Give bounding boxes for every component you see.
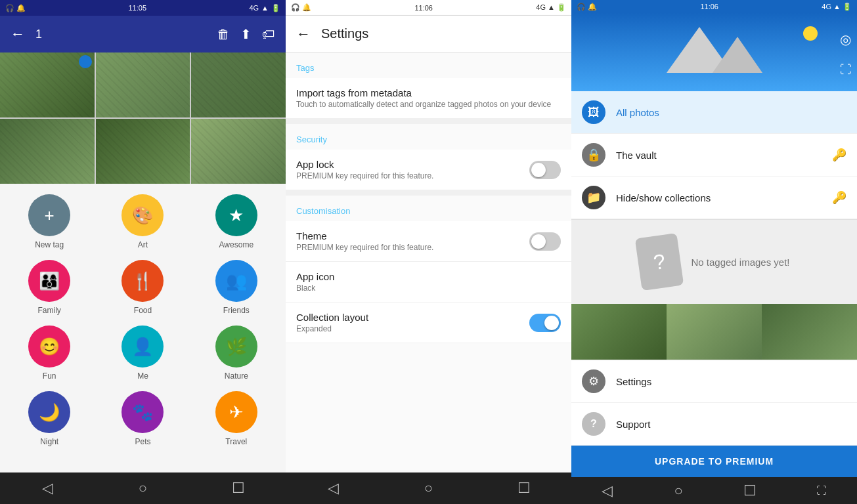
fullscreen-icon[interactable]: ⛶	[840, 63, 852, 77]
settings-item-collection-layout[interactable]: Collection layout Expanded	[286, 303, 571, 343]
recent-nav-icon-p3[interactable]: ☐	[737, 478, 763, 504]
toolbar-right: 🗑 ⬆ 🏷	[217, 26, 275, 42]
sun-icon	[803, 26, 818, 41]
tag-item-nature[interactable]: 🌿 Nature	[192, 326, 280, 381]
tags-section: + New tag 🎨 Art ★ Awesome 👨‍👩‍👦 Family 🍴…	[0, 184, 286, 472]
tag-circle-me: 👤	[121, 326, 164, 368]
panel3-nav: 🖼 All photos 🔒 The vault 🔑 📁 Hide/show c…	[571, 91, 857, 220]
panel-tags: 🎧 🔔 11:05 4G ▲ 🔋 ← 1 🗑 ⬆ 🏷	[0, 0, 286, 504]
mountains-illustration	[667, 27, 762, 73]
vault-label: The vault	[616, 150, 822, 161]
recent-nav-icon-p2[interactable]: ☐	[511, 475, 537, 501]
tag-circle-art: 🎨	[121, 194, 164, 236]
statusbar-time-panel1: 11:05	[128, 4, 146, 12]
settings-item-import-tags[interactable]: Import tags from metadata Touch to autom…	[286, 78, 571, 119]
tag-item-food[interactable]: 🍴 Food	[99, 260, 187, 315]
tag-circle-night: 🌙	[28, 391, 70, 433]
back-nav-icon-p2[interactable]: ◁	[320, 475, 347, 501]
panel3-header: ◎ ⛶	[571, 13, 857, 91]
statusbar-left-icons-p2: 🎧 🔔	[291, 3, 311, 12]
tag-circle-nature: 🌿	[215, 326, 257, 368]
back-nav-icon-p3[interactable]: ◁	[594, 478, 620, 504]
collection-layout-toggle[interactable]	[529, 314, 561, 332]
vault-key-icon: 🔑	[832, 148, 846, 162]
home-nav-icon[interactable]: ○	[130, 475, 156, 501]
settings-item-app-icon[interactable]: App icon Black	[286, 262, 571, 303]
tag-item-pets[interactable]: 🐾 Pets	[99, 391, 187, 446]
theme-title: Theme	[296, 230, 433, 242]
back-nav-icon[interactable]: ◁	[35, 475, 61, 501]
tag-circle-food: 🍴	[121, 260, 164, 302]
photo-cell-6[interactable]	[191, 119, 286, 184]
hide-show-key-icon: 🔑	[832, 190, 846, 205]
nav-item-vault[interactable]: 🔒 The vault 🔑	[571, 134, 857, 177]
tag-label-travel: Travel	[225, 437, 247, 446]
photo-cell-5[interactable]	[96, 119, 190, 184]
nav-item-hide-show[interactable]: 📁 Hide/show collections 🔑	[571, 177, 857, 219]
app-lock-toggle[interactable]	[529, 161, 561, 179]
statusbar-panel2: 🎧 🔔 11:06 4G ▲ 🔋	[286, 0, 571, 16]
collage-cell-3	[762, 304, 857, 360]
no-tagged-text: No tagged images yet!	[691, 257, 789, 268]
camera-icon[interactable]: ◎	[840, 32, 852, 47]
settings-item-theme[interactable]: Theme PREMIUM key required for this feat…	[286, 221, 571, 262]
hide-show-icon: 📁	[582, 186, 605, 209]
settings-item-app-lock[interactable]: App lock PREMIUM key required for this f…	[286, 150, 571, 190]
photo-cell-1[interactable]	[0, 52, 95, 117]
theme-knob	[531, 234, 546, 249]
tag-item-travel[interactable]: ✈ Travel	[192, 391, 280, 446]
tag-item-fun[interactable]: 😊 Fun	[5, 326, 93, 381]
tag-item-family[interactable]: 👨‍👩‍👦 Family	[5, 260, 93, 315]
photo-cell-2[interactable]	[96, 52, 190, 117]
settings-title: Settings	[321, 26, 368, 41]
photo-grid	[0, 52, 286, 184]
share-button[interactable]: ⬆	[240, 26, 252, 42]
photo-collage	[571, 304, 857, 360]
panel-settings: 🎧 🔔 11:06 4G ▲ 🔋 ← Settings Tags Import …	[286, 0, 571, 504]
bottom-nav-section: ⚙ Settings ? Support	[571, 360, 857, 446]
collection-layout-subtitle: Expanded	[296, 324, 368, 333]
tag-item-awesome[interactable]: ★ Awesome	[192, 194, 280, 249]
tag-button[interactable]: 🏷	[262, 27, 275, 42]
home-nav-icon-p2[interactable]: ○	[416, 475, 442, 501]
toolbar-panel1: ← 1 🗑 ⬆ 🏷	[0, 16, 286, 52]
no-tagged-section: ? No tagged images yet!	[571, 220, 857, 304]
vault-icon: 🔒	[582, 143, 605, 167]
settings-back-button[interactable]: ←	[296, 26, 311, 43]
tag-circle-friends: 👥	[215, 260, 257, 302]
photo-cell-4[interactable]	[0, 119, 95, 184]
tag-item-new-tag[interactable]: + New tag	[5, 194, 93, 249]
support-icon: ?	[582, 412, 605, 436]
upgrade-button[interactable]: UPGRADE TO PREMIUM	[571, 446, 857, 477]
tag-label-fun: Fun	[43, 371, 56, 381]
tag-label-awesome: Awesome	[219, 240, 253, 249]
tag-label-new-tag: New tag	[35, 240, 64, 249]
nav-item-all-photos[interactable]: 🖼 All photos	[571, 91, 857, 134]
navbar-panel1: ◁ ○ ☐	[0, 472, 286, 504]
navbar-panel2: ◁ ○ ☐	[286, 472, 571, 504]
no-tagged-card: ?	[635, 233, 684, 291]
tag-circle-fun: 😊	[28, 326, 70, 368]
app-lock-knob	[531, 163, 546, 177]
home-nav-icon-p3[interactable]: ○	[665, 478, 692, 504]
tag-item-night[interactable]: 🌙 Night	[5, 391, 93, 446]
expand-icon-p3[interactable]: ⛶	[808, 478, 835, 504]
navbar-panel3: ◁ ○ ☐ ⛶	[571, 477, 857, 504]
recent-nav-icon[interactable]: ☐	[225, 475, 252, 501]
back-button[interactable]: ←	[11, 26, 25, 43]
settings-label: Settings	[616, 376, 846, 387]
delete-button[interactable]: 🗑	[217, 27, 230, 42]
tag-item-art[interactable]: 🎨 Art	[99, 194, 187, 249]
tag-item-friends[interactable]: 👥 Friends	[192, 260, 280, 315]
photo-checkbox-1[interactable]	[79, 55, 92, 68]
all-photos-icon: 🖼	[582, 100, 605, 124]
import-tags-subtitle: Touch to automatically detect and organi…	[296, 100, 551, 109]
collage-cell-2	[667, 304, 762, 360]
collection-layout-knob	[544, 316, 559, 330]
statusbar-panel3: 🎧 🔔 11:06 4G ▲ 🔋	[571, 0, 857, 13]
theme-toggle[interactable]	[529, 232, 561, 251]
nav-item-settings[interactable]: ⚙ Settings	[571, 360, 857, 403]
nav-item-support[interactable]: ? Support	[571, 403, 857, 446]
photo-cell-3[interactable]	[191, 52, 286, 117]
tag-item-me[interactable]: 👤 Me	[99, 326, 187, 381]
